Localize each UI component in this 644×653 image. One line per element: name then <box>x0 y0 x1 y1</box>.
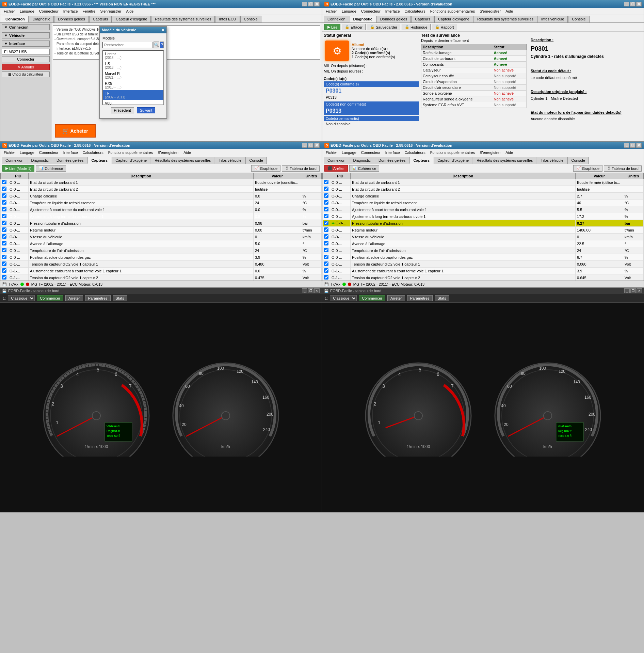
conn-section-interface[interactable]: ▼Interface <box>2 41 50 47</box>
restore-btn-mr[interactable]: ❐ <box>630 143 635 148</box>
menu-connecteur-mr[interactable]: Connecteur <box>359 150 383 155</box>
dash-min-left[interactable]: _ <box>302 288 307 293</box>
rapport-btn-tr[interactable]: 🔒 Rapport <box>432 24 457 30</box>
dash-restore-right[interactable]: ❐ <box>630 288 636 293</box>
menu-calculateurs-tr[interactable]: Calculateurs <box>403 9 428 14</box>
connect-btn[interactable]: Connecter <box>2 56 50 62</box>
sensor-checkbox[interactable] <box>2 200 6 205</box>
graphique-btn-mr[interactable]: 📈 Graphique <box>573 165 602 172</box>
tab-diagnostic-tr[interactable]: Diagnostic <box>350 16 376 22</box>
tab-console-ml[interactable]: Console <box>245 157 267 164</box>
sensor-table-container-mr[interactable]: PID Description Valeur Unités O-0-...Eta… <box>322 173 644 281</box>
sensor-checkbox[interactable] <box>2 221 6 225</box>
calculator-btn[interactable]: ☰ Choix du calculateur <box>2 71 50 77</box>
close-btn-tl[interactable]: ✕ <box>314 2 320 6</box>
sensor-checkbox-mr[interactable] <box>324 255 328 259</box>
tab-capteurs-ml[interactable]: Capteurs <box>87 157 111 164</box>
tab-oxygene-mr[interactable]: Capteur d'oxygène <box>434 157 472 164</box>
tableau-btn-mr[interactable]: 🎛 Tableau de bord <box>604 165 642 172</box>
menu-senregistrer-mr[interactable]: S'enregistrer <box>478 150 503 155</box>
stats-btn-right[interactable]: Stats <box>435 295 449 301</box>
tab-resultats-tr[interactable]: Résultats des systèmes surveillés <box>473 16 537 22</box>
menu-aide-mr[interactable]: Aide <box>503 150 515 155</box>
sensor-checkbox-mr[interactable] <box>324 193 328 198</box>
sensor-checkbox[interactable] <box>2 248 6 252</box>
menu-interface-tl[interactable]: Interface <box>61 9 80 14</box>
stats-btn-left[interactable]: Stats <box>113 295 127 301</box>
restore-btn-ml[interactable]: ❐ <box>308 143 313 148</box>
sensor-checkbox-mr[interactable] <box>324 180 328 184</box>
tab-gelees-tr[interactable]: Données gelées <box>376 16 411 22</box>
menu-calculateurs-mr[interactable]: Calculateurs <box>403 150 428 155</box>
menu-interface-mr[interactable]: Interface <box>383 150 402 155</box>
prev-btn[interactable]: Précédent <box>111 107 134 113</box>
menu-aide-tl[interactable]: Aide <box>124 9 135 14</box>
tab-console-tl[interactable]: Console <box>240 16 261 22</box>
help-btn[interactable]: ? <box>160 42 164 48</box>
tab-connexion-tl[interactable]: Connexion <box>2 16 29 22</box>
tab-connexion-tr[interactable]: Connexion <box>324 16 349 22</box>
close-btn-ml[interactable]: ✕ <box>314 143 320 148</box>
dash-min-right[interactable]: _ <box>624 288 630 293</box>
sensor-checkbox-mr[interactable] <box>324 207 328 211</box>
tab-resultats-mr[interactable]: Résultats des systèmes surveillés <box>473 157 536 164</box>
menu-fichier-tl[interactable]: Fichier <box>2 9 17 14</box>
menu-fonctions-ml[interactable]: Fonctions supplémentaires <box>106 150 155 155</box>
search-btn[interactable]: 🔍 <box>154 42 159 48</box>
profile-select-right[interactable]: Classique <box>330 295 357 301</box>
tab-oxygene-tl[interactable]: Capteur d'oxygène <box>112 16 151 22</box>
tab-connexion-mr[interactable]: Connexion <box>324 157 349 164</box>
menu-langage-tr[interactable]: Langage <box>340 9 358 14</box>
sensor-checkbox[interactable] <box>2 241 6 245</box>
tab-gelees-mr[interactable]: Données gelées <box>375 157 409 164</box>
menu-connecteur-tr[interactable]: Connecteur <box>359 9 383 14</box>
effacer-btn-tr[interactable]: 🔒 Effacer <box>342 24 366 30</box>
coherence-btn-mr[interactable]: 📊 Cohérence <box>349 165 380 172</box>
conn-section-vehicle[interactable]: ▼Véhicule <box>2 32 50 38</box>
next-btn[interactable]: Suivant <box>137 107 156 113</box>
minimize-btn-tl[interactable]: _ <box>302 2 307 6</box>
model-marvel[interactable]: Marvel R(2021 - ....) <box>103 70 163 80</box>
dialog-close-btn[interactable]: ✕ <box>161 28 164 32</box>
commencer-btn-right[interactable]: Commencer <box>359 295 385 301</box>
menu-fonctions-mr[interactable]: Fonctions supplémentaires <box>428 150 477 155</box>
sensor-checkbox-mr[interactable] <box>324 227 328 232</box>
parametres-btn-left[interactable]: Paramètres <box>85 295 111 301</box>
arreter-btn-right[interactable]: Arrêter <box>387 295 405 301</box>
menu-senregistrer-tr[interactable]: S'enregistrer <box>478 9 503 14</box>
sensor-checkbox-mr[interactable] <box>324 241 328 245</box>
conn-section-connexion[interactable]: ▼Connexion <box>2 24 50 30</box>
menu-fonctions-tr[interactable]: Fonctions supplémentaires <box>428 9 477 14</box>
tab-capteurs-tl[interactable]: Capteurs <box>89 16 112 22</box>
sensor-checkbox[interactable] <box>2 193 6 198</box>
tab-infos-mr[interactable]: Infos véhicule <box>537 157 567 164</box>
dash-restore-left[interactable]: ❐ <box>308 288 313 293</box>
tab-gelees-ml[interactable]: Données gelées <box>53 157 87 164</box>
tab-diagnostic-tl[interactable]: Diagnostic <box>29 16 54 22</box>
restore-btn-tl[interactable]: ❐ <box>308 2 313 6</box>
model-hs[interactable]: HS(2018 - ....) <box>103 61 163 70</box>
tab-gelees-tl[interactable]: Données gelées <box>54 16 89 22</box>
model-list[interactable]: Hector(2018 - ....) HS(2018 - ....) Marv… <box>102 50 164 105</box>
menu-langage-ml[interactable]: Langage <box>18 150 36 155</box>
graphique-btn-ml[interactable]: 📈 Graphique <box>251 165 280 172</box>
sensor-checkbox-mr[interactable] <box>324 248 328 252</box>
model-tf[interactable]: TF(2002 - 2011) <box>103 90 163 100</box>
tab-diagnostic-mr[interactable]: Diagnostic <box>350 157 374 164</box>
sensor-table-container-ml[interactable]: PID Description Valeur Unités O-0-...Eta… <box>0 173 322 281</box>
tab-oxygene-tr[interactable]: Capteur d'oxygène <box>434 16 473 22</box>
tab-console-mr[interactable]: Console <box>567 157 589 164</box>
tab-connexion-ml[interactable]: Connexion <box>2 157 27 164</box>
sensor-checkbox-mr[interactable] <box>324 187 328 191</box>
menu-langage-mr[interactable]: Langage <box>340 150 358 155</box>
tab-diagnostic-ml[interactable]: Diagnostic <box>28 157 52 164</box>
sauvegarder-btn-tr[interactable]: 🔒 Sauvegarder <box>367 24 400 30</box>
parametres-btn-right[interactable]: Paramètres <box>407 295 433 301</box>
menu-langage-tl[interactable]: Langage <box>18 9 36 14</box>
close-btn-mr[interactable]: ✕ <box>636 143 642 148</box>
menu-senregistrer-tl[interactable]: S'enregistrer <box>98 9 123 14</box>
profile-select-left[interactable]: Classique <box>8 295 35 301</box>
menu-aide-tr[interactable]: Aide <box>503 9 515 14</box>
coherence-btn-ml[interactable]: 📊 Cohérence <box>36 165 66 172</box>
menu-interface-tr[interactable]: Interface <box>383 9 402 14</box>
